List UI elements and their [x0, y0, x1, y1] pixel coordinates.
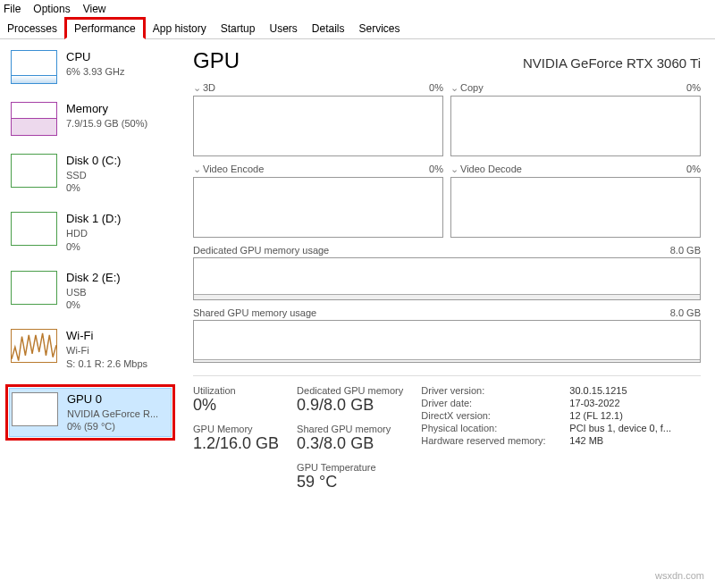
- sidebar-item-disk0[interactable]: Disk 0 (C:) SSD 0%: [9, 150, 172, 197]
- disk0-title: Disk 0 (C:): [66, 154, 121, 169]
- tab-processes[interactable]: Processes: [0, 20, 64, 38]
- shared-mem-max: 8.0 GB: [670, 307, 701, 318]
- shared-mem-label: Shared GPU memory usage: [193, 307, 316, 318]
- chevron-down-icon[interactable]: ⌄: [193, 82, 201, 94]
- stat-shmem-value: 0.3/8.0 GB: [297, 434, 403, 453]
- chart-video-encode[interactable]: ⌄Video Encode 0%: [193, 164, 443, 238]
- memory-title: Memory: [66, 102, 147, 117]
- gpu-title: GPU 0: [67, 392, 158, 407]
- chevron-down-icon[interactable]: ⌄: [193, 164, 201, 175]
- chart-venc-body: [193, 177, 443, 238]
- tab-startup[interactable]: Startup: [214, 20, 263, 38]
- sidebar-item-gpu[interactable]: GPU 0 NVIDIA GeForce R... 0% (59 °C): [10, 389, 171, 436]
- cpu-sub: 6% 3.93 GHz: [66, 65, 124, 78]
- main-header: GPU NVIDIA GeForce RTX 3060 Ti: [193, 48, 701, 73]
- dedicated-mem-chart: [193, 257, 701, 300]
- chart-vdec-head: ⌄Video Decode 0%: [450, 164, 701, 175]
- disk0-thumb-icon: [11, 154, 57, 188]
- sidebar: CPU 6% 3.93 GHz Memory 7.9/15.9 GB (50%)…: [0, 39, 179, 588]
- tab-performance[interactable]: Performance: [64, 17, 146, 39]
- stat-dedmem: Dedicated GPU memory 0.9/8.0 GB: [297, 385, 403, 415]
- shared-mem-label-row: Shared GPU memory usage 8.0 GB: [193, 307, 701, 318]
- stat-gpumem-value: 1.2/16.0 GB: [193, 434, 279, 453]
- chart-3d-head: ⌄3D 0%: [193, 82, 443, 94]
- disk2-thumb-icon: [11, 271, 57, 305]
- sidebar-item-memory[interactable]: Memory 7.9/15.9 GB (50%): [9, 98, 172, 139]
- disk1-text: Disk 1 (D:) HDD 0%: [66, 212, 121, 252]
- stat-temp-value: 59 °C: [297, 473, 403, 491]
- tab-bar: Processes Performance App history Startu…: [0, 18, 715, 39]
- stat-temp-label: GPU Temperature: [297, 462, 403, 473]
- chevron-down-icon[interactable]: ⌄: [450, 164, 458, 175]
- sidebar-item-cpu[interactable]: CPU 6% 3.93 GHz: [9, 46, 172, 88]
- stat-utilization: Utilization 0%: [193, 385, 279, 415]
- cpu-thumb-icon: [11, 50, 57, 84]
- chart-video-decode[interactable]: ⌄Video Decode 0%: [450, 164, 701, 238]
- tab-details[interactable]: Details: [305, 20, 352, 38]
- stat-dedmem-label: Dedicated GPU memory: [297, 385, 403, 396]
- chart-vdec-label: Video Decode: [460, 164, 522, 174]
- memory-sub: 7.9/15.9 GB (50%): [66, 117, 147, 130]
- chart-copy-pct: 0%: [686, 82, 701, 94]
- chart-venc-label: Video Encode: [203, 164, 264, 174]
- info-hw-reserved: Hardware reserved memory:142 MB: [421, 435, 671, 446]
- menu-file[interactable]: File: [4, 3, 21, 15]
- chart-copy[interactable]: ⌄Copy 0%: [450, 82, 701, 156]
- chart-row-2: ⌄Video Encode 0% ⌄Video Decode 0%: [193, 164, 701, 238]
- stats-col-mid: Dedicated GPU memory 0.9/8.0 GB Shared G…: [297, 385, 403, 491]
- stat-util-value: 0%: [193, 396, 279, 415]
- disk2-sub2: 0%: [66, 298, 121, 311]
- divider: [193, 375, 701, 376]
- chart-3d-pct: 0%: [429, 82, 443, 94]
- gpu-model-name: NVIDIA GeForce RTX 3060 Ti: [523, 55, 701, 71]
- tab-app-history[interactable]: App history: [146, 20, 214, 38]
- menu-options[interactable]: Options: [33, 3, 70, 15]
- disk1-thumb-icon: [11, 212, 57, 246]
- gpu-highlight-box: GPU 0 NVIDIA GeForce R... 0% (59 °C): [5, 384, 175, 441]
- page-title: GPU: [193, 48, 240, 73]
- memory-thumb-icon: [11, 102, 57, 136]
- sidebar-item-disk1[interactable]: Disk 1 (D:) HDD 0%: [9, 208, 172, 256]
- tab-users[interactable]: Users: [262, 20, 304, 38]
- disk2-text: Disk 2 (E:) USB 0%: [66, 271, 121, 311]
- info-driver-date: Driver date:17-03-2022: [421, 398, 671, 408]
- chart-venc-head: ⌄Video Encode 0%: [193, 164, 443, 175]
- menu-view[interactable]: View: [83, 3, 106, 15]
- disk0-sub2: 0%: [66, 181, 121, 194]
- sidebar-item-disk2[interactable]: Disk 2 (E:) USB 0%: [9, 267, 172, 315]
- tab-services[interactable]: Services: [352, 20, 408, 38]
- watermark: wsxdn.com: [655, 570, 704, 581]
- chevron-down-icon[interactable]: ⌄: [450, 82, 458, 94]
- chart-venc-pct: 0%: [429, 164, 443, 175]
- dedicated-mem-max: 8.0 GB: [670, 245, 701, 256]
- wifi-sub1: Wi-Fi: [66, 344, 147, 357]
- disk1-sub2: 0%: [66, 240, 121, 253]
- disk0-sub1: SSD: [66, 169, 121, 181]
- chart-3d[interactable]: ⌄3D 0%: [193, 82, 443, 156]
- disk0-text: Disk 0 (C:) SSD 0%: [66, 154, 121, 194]
- disk2-title: Disk 2 (E:): [66, 271, 121, 286]
- dedicated-mem-label: Dedicated GPU memory usage: [193, 245, 329, 256]
- stat-gpumem-label: GPU Memory: [193, 424, 279, 434]
- main-panel: GPU NVIDIA GeForce RTX 3060 Ti ⌄3D 0% ⌄C…: [179, 39, 715, 588]
- info-physical-location: Physical location:PCI bus 1, device 0, f…: [421, 423, 671, 433]
- chart-3d-label: 3D: [203, 82, 215, 93]
- wifi-text: Wi-Fi Wi-Fi S: 0.1 R: 2.6 Mbps: [66, 329, 147, 369]
- stat-shmem: Shared GPU memory 0.3/8.0 GB: [297, 424, 403, 453]
- wifi-thumb-icon: [11, 329, 57, 363]
- disk1-sub1: HDD: [66, 227, 121, 239]
- stat-shmem-label: Shared GPU memory: [297, 424, 403, 434]
- gpu-thumb-icon: [12, 392, 58, 426]
- chart-row-1: ⌄3D 0% ⌄Copy 0%: [193, 82, 701, 156]
- chart-copy-head: ⌄Copy 0%: [450, 82, 701, 94]
- stat-dedmem-value: 0.9/8.0 GB: [297, 396, 403, 415]
- chart-copy-label: Copy: [460, 82, 484, 93]
- gpu-text: GPU 0 NVIDIA GeForce R... 0% (59 °C): [67, 392, 158, 433]
- info-driver-version: Driver version:30.0.15.1215: [421, 385, 671, 396]
- gpu-sub1: NVIDIA GeForce R...: [67, 407, 158, 420]
- sidebar-item-wifi[interactable]: Wi-Fi Wi-Fi S: 0.1 R: 2.6 Mbps: [9, 325, 172, 373]
- disk1-title: Disk 1 (D:): [66, 212, 121, 227]
- chart-vdec-pct: 0%: [686, 164, 701, 175]
- stats-row: Utilization 0% GPU Memory 1.2/16.0 GB De…: [193, 385, 701, 491]
- chart-copy-body: [450, 96, 701, 156]
